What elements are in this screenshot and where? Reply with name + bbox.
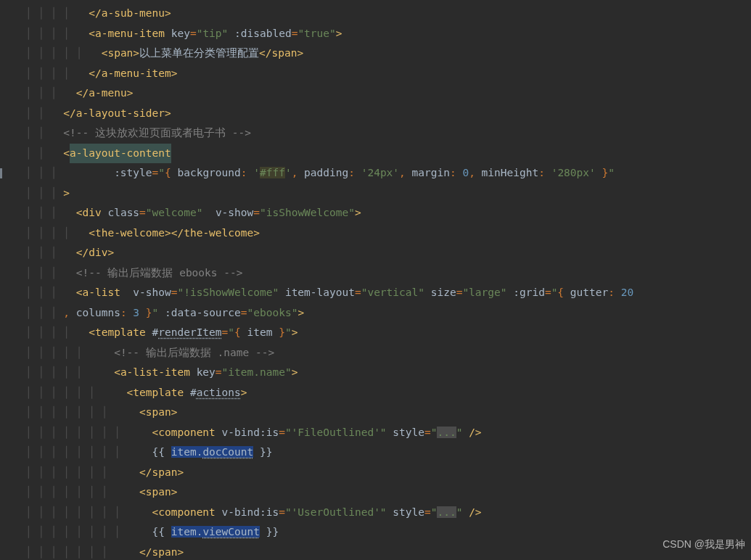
tag-the-welcome: the-welcome [95,227,165,239]
tag-a-list-item: a-list-item [120,366,190,378]
folded-style-1[interactable]: ... [437,427,456,438]
comment-welcome: <!-- 这块放欢迎页面或者电子书 --> [63,127,251,139]
tag-a-menu-item: a-menu-item [95,28,165,39]
menu-config-text: 以上菜单在分类管理配置 [139,47,259,59]
code-editor[interactable]: │ │ │ │ </a-sub-menu> │ │ │ │ <a-menu-it… [0,0,751,560]
caret-indicator [0,168,2,178]
tag-a-sub-menu: a-sub-menu [102,7,165,19]
watermark: CSDN @我是男神 [662,535,745,555]
tag-a-layout-sider: a-layout-sider [76,107,165,119]
tag-component: component [158,427,216,438]
expr-docCount: item.docCount [171,446,254,458]
expr-viewCount: item.viewCount [171,526,260,538]
folded-style-2[interactable]: ... [437,506,456,518]
comment-name: <!-- 输出后端数据 .name --> [114,347,274,358]
code-content: │ │ │ │ </a-sub-menu> │ │ │ │ <a-menu-it… [0,0,751,560]
tag-a-list: a-list [83,287,120,298]
tag-a-layout-content: a-layout-content [70,144,171,164]
comment-ebooks: <!-- 输出后端数据 ebooks --> [76,267,243,279]
